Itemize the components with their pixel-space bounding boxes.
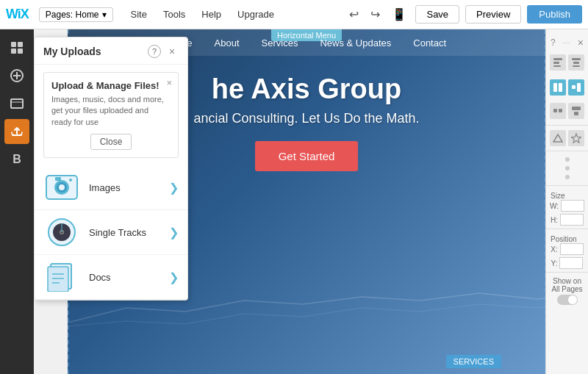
- svg-point-12: [59, 184, 65, 190]
- x-input[interactable]: [560, 243, 584, 255]
- rp-align-icon-2[interactable]: [568, 54, 584, 71]
- right-panel-icon-grid-top: [547, 51, 587, 73]
- upload-item-docs[interactable]: Docs ❯: [35, 255, 187, 300]
- svg-rect-27: [572, 58, 581, 60]
- uploads-close-button[interactable]: ×: [165, 45, 179, 58]
- svg-rect-7: [11, 99, 23, 108]
- sidebar-icon-blog[interactable]: B: [4, 147, 29, 172]
- svg-rect-13: [55, 177, 61, 181]
- y-label: Y:: [551, 259, 558, 267]
- tooltip-title: Upload & Manage Files!: [51, 80, 171, 91]
- height-input[interactable]: [560, 214, 584, 226]
- svg-rect-30: [553, 83, 557, 92]
- tooltip-close-button[interactable]: ×: [166, 77, 172, 88]
- right-panel-divider-1: [546, 125, 588, 126]
- svg-rect-24: [553, 58, 562, 60]
- svg-rect-26: [553, 65, 561, 67]
- svg-point-14: [69, 179, 72, 181]
- main-area: B My Uploads ? × × Upload & Manage Files…: [0, 29, 588, 374]
- nav-site[interactable]: Site: [123, 6, 154, 23]
- sidebar-icon-media[interactable]: [4, 91, 29, 116]
- uploads-help-icon[interactable]: ?: [148, 45, 161, 58]
- svg-rect-36: [572, 107, 581, 110]
- show-all-pages-toggle[interactable]: [557, 295, 578, 305]
- right-panel-divider-4: [546, 229, 588, 229]
- svg-marker-39: [572, 134, 581, 143]
- single-tracks-icon: [43, 216, 80, 248]
- get-started-button[interactable]: Get Started: [255, 141, 359, 171]
- width-input[interactable]: [561, 200, 584, 212]
- rp-icon-3[interactable]: [550, 79, 566, 96]
- upload-item-images[interactable]: Images ❯: [35, 165, 187, 210]
- nav-contact[interactable]: Contact: [413, 37, 446, 48]
- sidebar-icon-uploads[interactable]: [4, 119, 29, 144]
- mobile-view-button[interactable]: 📱: [389, 4, 409, 24]
- right-panel-divider-3: [546, 185, 588, 186]
- rp-dot-1: [565, 157, 570, 162]
- right-panel-close-icon[interactable]: ×: [578, 37, 584, 48]
- nav-news[interactable]: News & Updates: [320, 37, 391, 48]
- top-nav-group: Site Tools Help Upgrade: [123, 6, 282, 23]
- toggle-knob: [568, 295, 577, 304]
- upload-item-single-tracks[interactable]: Single Tracks ❯: [35, 210, 187, 255]
- width-label: W:: [550, 202, 559, 210]
- wix-logo: WiX: [6, 7, 29, 22]
- position-label: Position: [546, 235, 588, 243]
- publish-button[interactable]: Publish: [527, 5, 582, 24]
- preview-button[interactable]: Preview: [465, 5, 521, 24]
- uploads-header-icons: ? ×: [148, 45, 179, 58]
- docs-arrow-icon[interactable]: ❯: [169, 270, 179, 284]
- svg-rect-0: [11, 42, 16, 47]
- svg-rect-31: [559, 83, 562, 92]
- svg-rect-1: [18, 42, 23, 47]
- right-panel-icon-grid-bot: [547, 100, 587, 122]
- nav-tools[interactable]: Tools: [156, 6, 193, 23]
- size-label: Size: [546, 192, 588, 200]
- sidebar-icon-add[interactable]: [4, 63, 29, 88]
- top-bar: WiX Pages: Home ▾ Site Tools Help Upgrad…: [0, 0, 588, 29]
- rp-triangle-icon[interactable]: [550, 130, 566, 146]
- single-tracks-label: Single Tracks: [89, 227, 169, 238]
- nav-services[interactable]: Services: [262, 37, 298, 48]
- pages-dropdown[interactable]: Pages: Home ▾: [39, 7, 113, 22]
- rp-icon-5[interactable]: [550, 103, 566, 119]
- single-tracks-arrow-icon[interactable]: ❯: [169, 226, 179, 240]
- left-sidebar: B: [0, 29, 34, 374]
- tooltip-text: Images, music, docs and more, get your f…: [51, 94, 171, 128]
- images-arrow-icon[interactable]: ❯: [169, 181, 179, 195]
- width-row: W:: [545, 200, 588, 212]
- chevron-down-icon: ▾: [102, 10, 107, 20]
- undo-button[interactable]: ↩: [346, 4, 362, 24]
- nav-upgrade[interactable]: Upgrade: [230, 6, 282, 23]
- svg-rect-29: [573, 65, 580, 67]
- right-panel-divider-2: [546, 151, 588, 151]
- rp-dot-3: [565, 175, 570, 179]
- svg-rect-25: [553, 62, 559, 64]
- images-label: Images: [89, 182, 169, 193]
- x-label: X:: [551, 245, 557, 253]
- uploads-header: My Uploads ? ×: [35, 37, 187, 65]
- rp-star-icon[interactable]: [568, 130, 584, 146]
- uploads-panel: My Uploads ? × × Upload & Manage Files! …: [34, 37, 188, 301]
- right-panel: ? ⋯ ×: [545, 29, 588, 374]
- rp-icon-6[interactable]: [568, 103, 584, 119]
- rp-icon-4[interactable]: [568, 79, 584, 96]
- right-panel-question-icon[interactable]: ?: [551, 37, 556, 48]
- svg-rect-35: [559, 109, 562, 112]
- services-badge[interactable]: SERVICES: [446, 355, 501, 368]
- save-button[interactable]: Save: [415, 5, 459, 24]
- right-panel-dots-icon: ⋯: [563, 39, 570, 47]
- y-input[interactable]: [559, 257, 583, 269]
- nav-about[interactable]: About: [215, 37, 240, 48]
- images-icon: [43, 171, 80, 204]
- nav-help[interactable]: Help: [194, 6, 229, 23]
- rp-align-icon-1[interactable]: [550, 54, 566, 71]
- svg-rect-37: [574, 112, 578, 115]
- right-panel-divider-5: [546, 272, 588, 273]
- right-panel-icon-grid-mid: [547, 76, 587, 98]
- sidebar-icon-pages[interactable]: [4, 35, 29, 60]
- y-row: Y:: [547, 257, 588, 269]
- x-row: X:: [546, 243, 587, 255]
- redo-button[interactable]: ↪: [368, 4, 383, 24]
- tooltip-close-btn[interactable]: Close: [90, 134, 132, 150]
